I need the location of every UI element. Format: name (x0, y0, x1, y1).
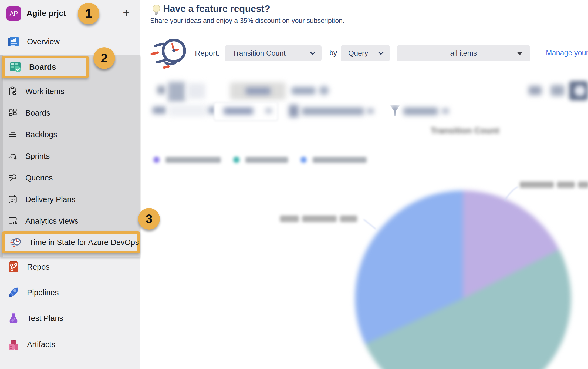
callout-step-2: 2 (93, 47, 115, 69)
legend-item[interactable] (153, 157, 221, 163)
legend-item[interactable] (233, 157, 288, 163)
caret-down-icon (517, 52, 523, 55)
analytics-views-icon (8, 215, 18, 227)
kanban-board-icon (8, 107, 18, 119)
pipelines-icon (8, 287, 19, 298)
sidebar-item-label: Repos (27, 263, 50, 271)
sidebar-item-label: Queries (25, 173, 53, 182)
sidebar-item-delivery-plans[interactable]: Delivery Plans (0, 190, 140, 209)
sidebar-item-label: Backlogs (25, 130, 57, 139)
toolbar-button[interactable] (187, 83, 205, 99)
filter-label (153, 107, 166, 114)
chart-legend (153, 157, 367, 163)
sidebar-item-label: Sprints (25, 152, 50, 161)
promo-title: Have a feature request? (163, 3, 270, 14)
sidebar-item-label: Pipelines (27, 288, 59, 297)
time-in-state-logo (150, 35, 187, 70)
toolbar-button[interactable] (168, 82, 185, 102)
item-count-text (292, 87, 315, 95)
filter-query-name (169, 105, 207, 117)
sidebar-item-artifacts[interactable]: Artifacts (0, 335, 140, 354)
work-items-range-filter[interactable] (302, 108, 364, 115)
sidebar-item-queries[interactable]: Queries (0, 168, 140, 187)
sidebar-item-label: Boards (29, 63, 56, 72)
test-plans-icon (8, 312, 19, 324)
legend-dot-teal (233, 157, 239, 163)
items-scope-dropdown[interactable]: all items (397, 45, 530, 61)
legend-dot-purple (153, 157, 160, 163)
by-label: by (329, 49, 337, 57)
chart-title: Transition Count (416, 126, 513, 136)
legend-label-blurred (245, 157, 288, 163)
apply-button-label (246, 88, 271, 95)
sidebar: AP Agile prjct + Overview Boards Work it… (0, 0, 140, 369)
report-type-value: Transition Count (232, 49, 286, 58)
report-type-dropdown[interactable]: Transition Count (225, 45, 322, 61)
legend-item[interactable] (300, 157, 367, 163)
work-items-icon (8, 85, 18, 97)
divider (150, 73, 588, 73)
sidebar-item-boards-highlighted[interactable]: Boards (2, 56, 89, 78)
sidebar-item-sprints[interactable]: Sprints (0, 146, 140, 166)
export-icon-button[interactable] (529, 86, 542, 95)
legend-label-blurred (165, 157, 221, 163)
artifacts-icon (8, 338, 19, 350)
sidebar-item-test-plans[interactable]: Test Plans (0, 308, 140, 328)
project-avatar[interactable]: AP (6, 6, 21, 21)
chevron-down-icon (310, 51, 316, 55)
calendar-icon (289, 105, 299, 117)
main-content: Have a feature request? Share your ideas… (141, 0, 588, 369)
sidebar-item-label: Overview (27, 37, 60, 46)
pie-data-label-blurred (280, 216, 357, 222)
sidebar-item-pipelines[interactable]: Pipelines (0, 283, 140, 302)
boards-icon (10, 61, 22, 73)
sidebar-item-label: Boards (25, 109, 50, 118)
add-project-button[interactable]: + (123, 6, 130, 19)
sidebar-item-label: Analytics views (25, 217, 79, 226)
overview-icon (8, 36, 19, 48)
sidebar-item-analytics-views[interactable]: Analytics views (0, 211, 140, 231)
chevron-down-icon (266, 109, 272, 113)
sidebar-item-boards-sub[interactable]: Boards (0, 103, 140, 123)
pie-chart-glyph (575, 85, 585, 96)
group-by-value: Query (348, 49, 368, 58)
callout-step-1: 1 (78, 3, 99, 24)
promo-subtitle: Share your ideas and enjoy a 35% discoun… (150, 17, 344, 25)
delivery-plans-icon (8, 193, 18, 205)
chevron-down-icon (442, 109, 449, 113)
callout-step-3: 3 (138, 208, 160, 230)
legend-dot-blue (300, 157, 307, 163)
queries-icon (8, 172, 18, 184)
sidebar-item-backlogs[interactable]: Backlogs (0, 125, 140, 144)
repos-icon (8, 261, 19, 273)
sidebar-item-work-items[interactable]: Work items (0, 82, 140, 101)
backlogs-icon (8, 129, 18, 140)
sidebar-item-label: Test Plans (27, 314, 63, 323)
sidebar-divider (5, 27, 135, 27)
time-in-state-icon (10, 236, 22, 248)
report-label: Report: (195, 49, 220, 58)
group-by-dropdown[interactable]: Query (341, 45, 390, 61)
project-name[interactable]: Agile prjct (26, 9, 66, 18)
time-range-filter[interactable] (403, 108, 438, 115)
lightbulb-icon (151, 4, 162, 17)
bar-chart-view-button[interactable] (551, 85, 564, 96)
manage-subscription-link[interactable]: Manage your (546, 49, 588, 57)
sprints-icon (8, 150, 18, 162)
created-dropdown-value (224, 108, 253, 115)
items-scope-value: all items (450, 49, 477, 58)
sidebar-item-overview[interactable]: Overview (0, 32, 140, 51)
funnel-icon (390, 105, 400, 116)
sidebar-item-label: Work items (25, 87, 64, 96)
chevron-down-icon (367, 109, 374, 113)
sidebar-item-time-in-state-highlighted[interactable]: Time in State for Azure DevOps (2, 231, 140, 253)
chevron-down-icon (378, 51, 384, 55)
sidebar-item-label: Time in State for Azure DevOps (29, 238, 139, 247)
refresh-icon[interactable] (319, 86, 329, 95)
sidebar-item-label: Artifacts (27, 340, 55, 349)
view-toggle-icon[interactable] (157, 86, 165, 94)
sidebar-item-label: Delivery Plans (25, 195, 75, 204)
pie-data-label-blurred (520, 182, 588, 188)
legend-label-blurred (313, 157, 367, 163)
sidebar-item-repos[interactable]: Repos (0, 257, 140, 277)
